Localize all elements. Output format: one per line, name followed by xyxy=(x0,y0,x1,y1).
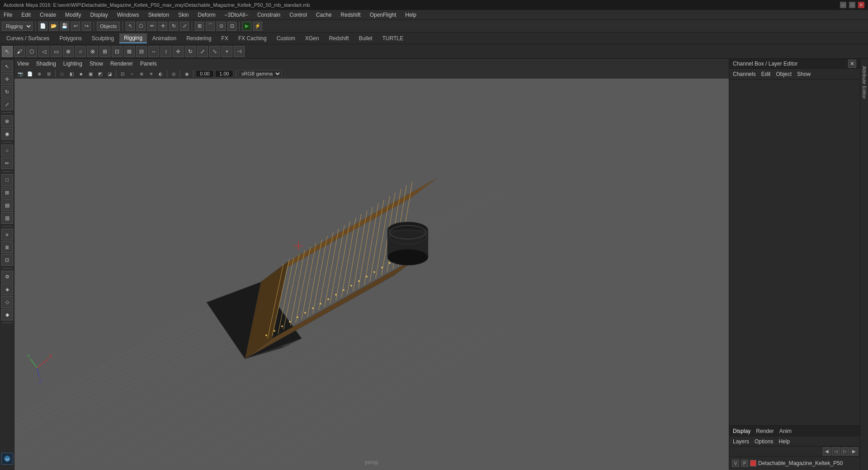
vp-shading2-icon[interactable]: ◧ xyxy=(67,70,75,78)
layer2-btn[interactable]: ▥ xyxy=(1,212,13,224)
tab-polygons[interactable]: Polygons xyxy=(55,34,86,43)
rotate-icon[interactable]: ↻ xyxy=(169,22,178,31)
spine-icon[interactable]: ⊡ xyxy=(112,46,123,57)
snap-tool-icon[interactable]: + xyxy=(222,46,232,57)
vp-value2-input[interactable] xyxy=(215,70,233,77)
show-manip-btn[interactable]: ⊕ xyxy=(1,115,13,127)
lasso-tool-icon[interactable]: ⬡ xyxy=(26,46,37,57)
move-tool-icon[interactable]: ✛ xyxy=(173,46,184,57)
menu-windows[interactable]: Windows xyxy=(115,11,141,19)
layer-next2-btn[interactable]: ▷ xyxy=(841,447,849,456)
layer-next-btn[interactable]: ▶ xyxy=(850,447,858,456)
channel-btn[interactable]: ≡ xyxy=(1,229,13,240)
joint2-icon[interactable]: ⊗ xyxy=(87,46,98,57)
right-panel-close-btn[interactable]: ✕ xyxy=(848,60,856,68)
viewport[interactable]: View Shading Lighting Show Renderer Pane… xyxy=(14,59,729,470)
menu-deform[interactable]: Deform xyxy=(196,11,217,19)
rotate-btn[interactable]: ↻ xyxy=(1,86,13,98)
open-icon[interactable]: 📂 xyxy=(49,22,58,31)
minimize-button[interactable]: ─ xyxy=(840,2,846,8)
vp-file-icon[interactable]: 📄 xyxy=(26,70,34,78)
menu-3dto[interactable]: –3DtoAll– xyxy=(223,11,250,19)
tab-show[interactable]: Show xyxy=(797,71,811,77)
layer-opt-layers[interactable]: Layers xyxy=(733,438,749,445)
ctrl-icon[interactable]: ⊟ xyxy=(136,46,147,57)
paint-select-icon[interactable]: 🖌 xyxy=(14,46,25,57)
scale-btn[interactable]: ⤢ xyxy=(1,99,13,110)
vp-smooth-icon[interactable]: ○ xyxy=(128,70,136,78)
redo-icon[interactable]: ↪ xyxy=(82,22,91,31)
vp-wire-icon[interactable]: ⊡ xyxy=(118,70,127,78)
menu-edit[interactable]: Edit xyxy=(19,11,33,19)
scale-tool-icon[interactable]: ⤢ xyxy=(197,46,208,57)
ipr-icon[interactable]: ⚡ xyxy=(253,22,262,31)
maximize-button[interactable]: □ xyxy=(849,2,855,8)
vp-value1-input[interactable] xyxy=(196,70,214,77)
menu-create[interactable]: Create xyxy=(38,11,58,19)
vp-texture-icon[interactable]: ⊗ xyxy=(137,70,146,78)
menu-skin[interactable]: Skin xyxy=(176,11,190,19)
soft-sel-btn[interactable]: ◉ xyxy=(1,128,13,140)
layer-playback-btn[interactable]: P xyxy=(741,460,748,467)
layer-opt-help[interactable]: Help xyxy=(778,438,790,445)
menu-openflight[interactable]: OpenFlight xyxy=(368,11,398,19)
script-btn[interactable]: ⊡ xyxy=(1,254,13,266)
tab-turtle[interactable]: TURTLE xyxy=(378,34,408,43)
history-btn[interactable]: ⊞ xyxy=(1,187,13,198)
attr-editor-tab[interactable]: Attribute Editor xyxy=(861,62,868,103)
vp-xray-icon[interactable]: ◎ xyxy=(170,70,178,78)
pivot-icon[interactable]: ↔ xyxy=(148,46,159,57)
layer-btn[interactable]: ▤ xyxy=(1,199,13,211)
vp-shading4-icon[interactable]: ▣ xyxy=(86,70,94,78)
vp-menu-renderer[interactable]: Renderer xyxy=(110,61,133,67)
tab-rigging[interactable]: Rigging xyxy=(119,33,147,43)
vp-menu-lighting[interactable]: Lighting xyxy=(63,61,82,67)
menu-constrain[interactable]: Constrain xyxy=(255,11,282,19)
layer-prev2-btn[interactable]: ◁ xyxy=(832,447,840,456)
objects-button[interactable]: Objects xyxy=(97,22,120,31)
move-icon[interactable]: ✛ xyxy=(158,22,167,31)
layer-prev-btn[interactable]: ◀ xyxy=(823,447,831,456)
mode-dropdown[interactable]: Rigging xyxy=(2,22,33,31)
vp-camera-icon[interactable]: 📷 xyxy=(16,70,24,78)
menu-modify[interactable]: Modify xyxy=(63,11,83,19)
menu-control[interactable]: Control xyxy=(288,11,309,19)
tab-xgen[interactable]: XGen xyxy=(301,34,324,43)
undo-icon[interactable]: ↩ xyxy=(71,22,80,31)
joint-icon[interactable]: ○ xyxy=(75,46,86,57)
vp-shading3-icon[interactable]: ■ xyxy=(77,70,85,78)
tab-object[interactable]: Object xyxy=(776,71,792,77)
scale-icon[interactable]: ⤢ xyxy=(180,22,189,31)
save-icon[interactable]: 💾 xyxy=(60,22,69,31)
layer-color-swatch[interactable] xyxy=(750,460,756,466)
layer-tab-render[interactable]: Render xyxy=(756,428,774,434)
arrow-tool-icon[interactable]: ◁ xyxy=(38,46,49,57)
layer-opt-options[interactable]: Options xyxy=(755,438,773,445)
menu-help[interactable]: Help xyxy=(403,11,418,19)
cluster-icon[interactable]: ⊞ xyxy=(99,46,110,57)
vp-menu-show[interactable]: Show xyxy=(90,61,103,67)
paint-icon[interactable]: ✏ xyxy=(147,22,156,31)
move-btn[interactable]: ✛ xyxy=(1,73,13,85)
hypershade-btn[interactable]: ◈ xyxy=(1,283,13,295)
render-settings-btn[interactable]: ⚙ xyxy=(1,271,13,282)
tab-fx[interactable]: FX xyxy=(217,34,233,43)
vp-isolate-icon[interactable]: ◉ xyxy=(183,70,191,78)
snapshot-btn[interactable]: □ xyxy=(1,174,13,186)
tab-fx-caching[interactable]: FX Caching xyxy=(234,34,271,43)
menu-cache[interactable]: Cache xyxy=(314,11,334,19)
vp-snap-icon[interactable]: ⊕ xyxy=(35,70,43,78)
select-icon[interactable]: ↖ xyxy=(126,22,135,31)
namespace-btn[interactable]: ◆ xyxy=(1,309,13,320)
layer-tab-display[interactable]: Display xyxy=(733,428,750,434)
snap-view-icon[interactable]: ⊡ xyxy=(227,22,236,31)
pivot2-icon[interactable]: ↕ xyxy=(160,46,171,57)
tab-rendering[interactable]: Rendering xyxy=(182,34,216,43)
snap-curve-icon[interactable]: ⌒ xyxy=(206,22,215,31)
outliner-btn[interactable]: ◇ xyxy=(1,296,13,308)
close-button[interactable]: ✕ xyxy=(858,2,864,8)
vp-shading6-icon[interactable]: ◪ xyxy=(105,70,113,78)
align-icon[interactable]: ⊣ xyxy=(234,46,245,57)
attr-btn[interactable]: ≣ xyxy=(1,241,13,253)
snap-grid-icon[interactable]: ⊞ xyxy=(195,22,204,31)
